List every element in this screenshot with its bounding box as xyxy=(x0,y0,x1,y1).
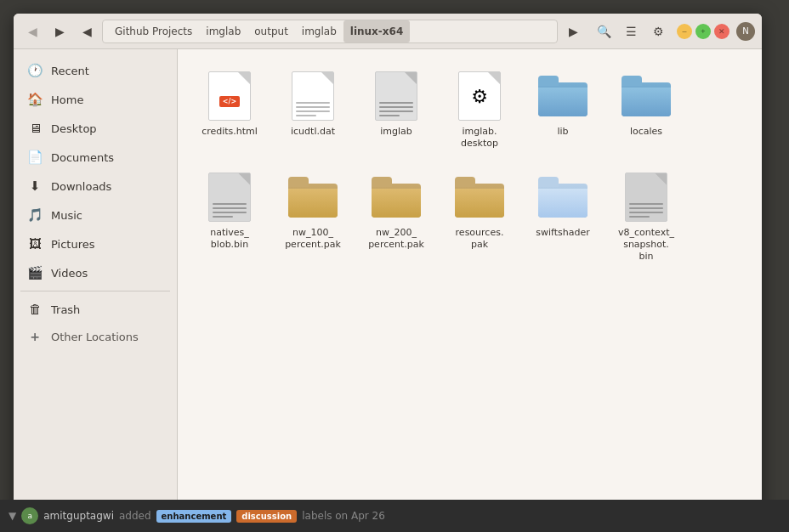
folder-blue-icon xyxy=(538,76,587,116)
desktop-icon: 🖥 xyxy=(27,121,43,136)
folder-tan-front-3 xyxy=(455,189,504,218)
sidebar-label-home: Home xyxy=(51,93,83,106)
text-icon xyxy=(292,71,334,121)
file-icon-resources xyxy=(453,171,506,224)
folder-tan-front xyxy=(288,189,338,218)
file-item-imglab-desktop[interactable]: ⚙ imglab.desktop xyxy=(441,63,518,157)
menu-button[interactable]: ☰ xyxy=(619,20,643,43)
v8-line-2 xyxy=(629,207,663,209)
home-icon: 🏠 xyxy=(27,92,43,107)
sidebar-item-recent[interactable]: 🕐 Recent xyxy=(14,56,177,85)
folder-front xyxy=(538,88,587,116)
file-icon-v8context xyxy=(620,171,673,224)
maximize-button[interactable]: + xyxy=(695,24,711,39)
videos-icon: 🎬 xyxy=(27,265,43,280)
badge-discussion: discussion xyxy=(236,510,297,523)
text-lines xyxy=(296,102,330,116)
folder-light-front xyxy=(538,189,587,218)
close-button[interactable]: ✕ xyxy=(714,24,729,39)
sidebar-item-pictures[interactable]: 🖼 Pictures xyxy=(14,229,177,258)
forward-button[interactable]: ▶ xyxy=(48,20,71,43)
add-icon: + xyxy=(27,329,43,344)
search-button[interactable]: 🔍 xyxy=(592,20,616,43)
folder-tan-icon-2 xyxy=(372,177,421,218)
breadcrumb-item-4[interactable]: linux-x64 xyxy=(343,20,410,42)
user-avatar-bottom: a xyxy=(21,507,38,524)
folder-light-icon xyxy=(538,177,587,218)
sidebar-item-music[interactable]: 🎵 Music xyxy=(14,201,177,229)
file-label-locales: locales xyxy=(630,126,662,138)
b-line-2 xyxy=(213,207,247,209)
binary-line-4 xyxy=(379,115,400,116)
text-line-4 xyxy=(296,115,316,116)
file-label-credits-html: credits.html xyxy=(202,126,258,138)
sidebar-item-desktop[interactable]: 🖥 Desktop xyxy=(14,114,177,143)
folder-tan-front-2 xyxy=(372,189,421,218)
breadcrumb-item-0[interactable]: Github Projects xyxy=(108,20,199,42)
file-icon-swiftshader xyxy=(536,171,589,224)
file-label-v8context: v8_context_snapshot.bin xyxy=(618,227,674,263)
badge-enhancement: enhancement xyxy=(156,510,232,523)
b-line-4 xyxy=(213,216,233,218)
user-name: amitguptagwi xyxy=(43,510,114,522)
sidebar-item-trash[interactable]: 🗑 Trash xyxy=(14,295,177,324)
file-icon-lib xyxy=(536,70,589,122)
file-icon-natives-blob xyxy=(203,171,256,224)
file-icon-imglab xyxy=(370,70,423,122)
downloads-icon: ⬇ xyxy=(27,178,43,194)
file-item-resources[interactable]: resources.pak xyxy=(441,164,518,270)
file-label-resources: resources.pak xyxy=(456,227,504,252)
file-label-nw100: nw_100_percent.pak xyxy=(285,227,341,252)
file-item-locales[interactable]: locales xyxy=(608,63,684,157)
sidebar-item-downloads[interactable]: ⬇ Downloads xyxy=(14,172,177,201)
sidebar-item-documents[interactable]: 📄 Documents xyxy=(14,143,177,172)
file-item-icudtl[interactable]: icudtl.dat xyxy=(275,63,351,157)
file-item-lib[interactable]: lib xyxy=(525,63,601,157)
sidebar-item-home[interactable]: 🏠 Home xyxy=(14,85,177,114)
file-item-nw100[interactable]: nw_100_percent.pak xyxy=(275,164,351,270)
sidebar-item-other-locations[interactable]: + Other Locations xyxy=(14,324,177,349)
prev-path-button[interactable]: ◀ xyxy=(75,20,99,43)
folder-tan-icon xyxy=(288,177,338,218)
html-icon: </> xyxy=(208,71,251,121)
file-label-lib: lib xyxy=(557,126,568,138)
sidebar-label-recent: Recent xyxy=(51,65,89,77)
sidebar-item-videos[interactable]: 🎬 Videos xyxy=(14,258,177,287)
file-icon-nw200 xyxy=(370,171,423,224)
breadcrumb-item-2[interactable]: output xyxy=(247,20,295,42)
html-badge: </> xyxy=(219,96,240,107)
v8-line-3 xyxy=(629,212,663,213)
file-icon-credits-html: </> xyxy=(203,70,256,122)
b-line-3 xyxy=(213,212,247,213)
file-icon-nw100 xyxy=(287,171,339,224)
file-item-natives-blob[interactable]: natives_blob.bin xyxy=(191,164,268,270)
folder-tan-tab-2 xyxy=(372,177,392,187)
file-item-credits-html[interactable]: </> credits.html xyxy=(191,63,268,157)
text-line-1 xyxy=(296,102,330,104)
sidebar-label-other: Other Locations xyxy=(51,331,139,343)
file-item-swiftshader[interactable]: swiftshader xyxy=(525,164,601,270)
sidebar-label-music: Music xyxy=(51,209,82,222)
trash-icon: 🗑 xyxy=(27,302,43,317)
file-item-v8context[interactable]: v8_context_snapshot.bin xyxy=(608,164,684,270)
sidebar: 🕐 Recent 🏠 Home 🖥 Desktop 📄 Documents ⬇ xyxy=(14,49,178,511)
binary-icon-2 xyxy=(208,173,251,222)
next-path-button[interactable]: ▶ xyxy=(561,20,585,43)
sidebar-label-videos: Videos xyxy=(51,267,88,280)
desktop-file-icon: ⚙ xyxy=(458,71,501,121)
minimize-button[interactable]: – xyxy=(677,24,692,39)
back-button[interactable]: ◀ xyxy=(20,20,44,43)
file-label-swiftshader: swiftshader xyxy=(536,227,590,239)
settings-button[interactable]: ⚙ xyxy=(646,20,670,43)
sidebar-label-desktop: Desktop xyxy=(51,122,97,135)
breadcrumb-bar: Github Projects imglab output imglab lin… xyxy=(102,20,558,43)
documents-icon: 📄 xyxy=(27,150,43,165)
breadcrumb-item-3[interactable]: imglab xyxy=(295,20,343,42)
file-item-imglab[interactable]: imglab xyxy=(358,63,434,157)
file-item-nw200[interactable]: nw_200_percent.pak xyxy=(358,164,434,270)
suffix-text: labels on Apr 26 xyxy=(302,510,385,522)
breadcrumb-item-1[interactable]: imglab xyxy=(199,20,247,42)
folder-tan-tab-3 xyxy=(455,177,475,187)
binary-icon-3 xyxy=(625,173,667,222)
text-line-3 xyxy=(296,110,330,112)
